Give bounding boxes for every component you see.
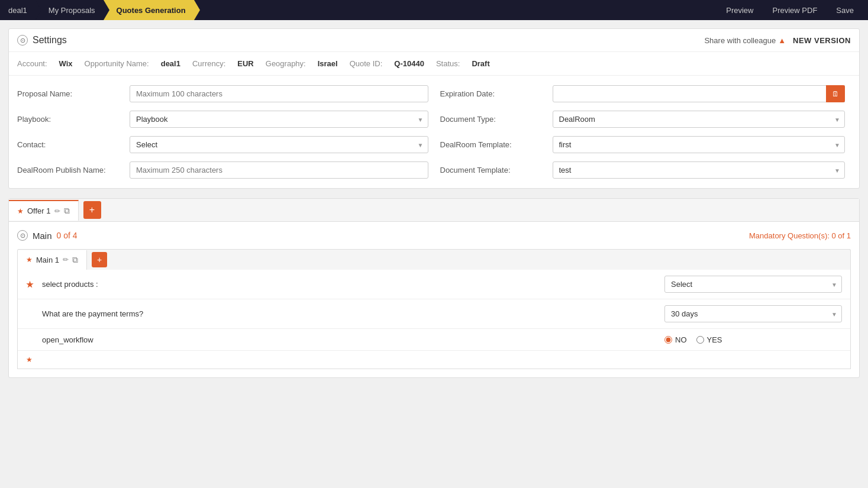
settings-panel: ⊙ Settings Share with colleague ▲ NEW VE… xyxy=(8,28,860,189)
proposal-name-label: Proposal Name: xyxy=(17,89,124,98)
offer-copy-icon[interactable]: ⧉ xyxy=(64,206,70,216)
opportunity-label: Opportunity Name: xyxy=(85,59,149,68)
topbar: deal1 My Proposals Quotes Generation Pre… xyxy=(0,0,868,20)
add-sub-tab-button[interactable]: + xyxy=(92,252,107,267)
contact-select-wrapper: Select ▼ xyxy=(130,136,428,153)
dealroom-template-row: DealRoom Template: first ▼ xyxy=(440,136,846,153)
contact-label: Contact: xyxy=(17,140,124,149)
calendar-button[interactable]: 🗓 xyxy=(826,85,845,102)
currency-value: EUR xyxy=(237,59,253,68)
no-radio-input[interactable] xyxy=(664,336,672,344)
select-products-select[interactable]: Select xyxy=(664,276,842,293)
geography-label: Geography: xyxy=(266,59,306,68)
save-button[interactable]: Save xyxy=(831,4,859,17)
dealroom-publish-row: DealRoom Publish Name: xyxy=(17,161,428,179)
question-2-text: What are the payment terms? xyxy=(42,309,656,318)
table-row: ★ xyxy=(18,351,850,369)
document-template-select-wrapper: test ▼ xyxy=(553,161,846,179)
offers-section: ★ Offer 1 ✏ ⧉ + ⊙ Main 0 of 4 Mandatory … xyxy=(8,198,860,378)
playbook-select-wrapper: Playbook ▼ xyxy=(130,111,428,128)
breadcrumb-my-proposals[interactable]: My Proposals xyxy=(36,0,104,20)
question-1-required-icon: ★ xyxy=(26,280,34,289)
offer-tabs-row: ★ Offer 1 ✏ ⧉ + xyxy=(9,199,859,222)
table-row: ★ select products : Select ▼ xyxy=(18,270,850,299)
sub-tab-required-star: ★ xyxy=(26,256,33,264)
proposal-name-input[interactable] xyxy=(130,85,428,102)
document-type-label: Document Type: xyxy=(440,115,547,124)
document-template-select[interactable]: test xyxy=(553,161,846,179)
mandatory-questions-text: Mandatory Question(s): 0 of 1 xyxy=(749,231,851,240)
settings-title-text: Settings xyxy=(33,35,67,46)
collapse-main-icon[interactable]: ⊙ xyxy=(17,230,28,241)
yes-radio-text: YES xyxy=(707,335,722,344)
offer-edit-icon[interactable]: ✏ xyxy=(54,207,60,215)
question-1-text: select products : xyxy=(42,280,656,289)
offer-tab-label: Offer 1 xyxy=(27,206,51,215)
question-1-control: Select ▼ xyxy=(664,276,842,293)
yes-radio-label[interactable]: YES xyxy=(696,335,722,344)
payment-terms-select[interactable]: 30 days xyxy=(664,305,842,322)
currency-label: Currency: xyxy=(192,59,225,68)
last-row-star: ★ xyxy=(26,356,33,364)
document-type-select[interactable]: DealRoom xyxy=(553,111,846,128)
yes-radio-input[interactable] xyxy=(696,336,704,344)
settings-header-actions: Share with colleague ▲ NEW VERSION xyxy=(704,36,851,45)
preview-pdf-button[interactable]: Preview PDF xyxy=(768,4,822,17)
share-icon: ▲ xyxy=(778,36,786,45)
main-1-tab[interactable]: ★ Main 1 ✏ ⧉ xyxy=(18,250,87,270)
main-content: ⊙ Settings Share with colleague ▲ NEW VE… xyxy=(0,20,868,386)
document-template-row: Document Template: test ▼ xyxy=(440,161,846,179)
sub-tab-label: Main 1 xyxy=(36,256,59,264)
calendar-icon: 🗓 xyxy=(832,90,839,98)
sub-tabs-row: ★ Main 1 ✏ ⧉ + xyxy=(17,249,851,270)
main-count: 0 of 4 xyxy=(57,231,78,240)
expiration-date-wrapper: 2022-09-24 🗓 xyxy=(553,85,846,102)
no-radio-label[interactable]: NO xyxy=(664,335,687,344)
proposal-name-row: Proposal Name: xyxy=(17,85,428,102)
document-type-select-wrapper: DealRoom ▼ xyxy=(553,111,846,128)
dealroom-publish-input[interactable] xyxy=(130,161,428,179)
offer-1-tab[interactable]: ★ Offer 1 ✏ ⧉ xyxy=(9,200,79,221)
main-title-text: Main xyxy=(33,231,52,241)
account-label: Account: xyxy=(17,59,47,68)
playbook-select[interactable]: Playbook xyxy=(130,111,428,128)
open-workflow-control: NO YES xyxy=(664,335,842,344)
opportunity-value: deal1 xyxy=(161,59,180,68)
sub-tab-edit-icon[interactable]: ✏ xyxy=(63,256,69,264)
dealroom-template-label: DealRoom Template: xyxy=(440,140,547,149)
topbar-actions: Preview Preview PDF Save xyxy=(721,4,868,17)
dealroom-publish-label: DealRoom Publish Name: xyxy=(17,166,124,174)
document-type-row: Document Type: DealRoom ▼ xyxy=(440,111,846,128)
add-offer-button[interactable]: + xyxy=(83,201,101,219)
expiration-date-row: Expiration Date: 2022-09-24 🗓 xyxy=(440,85,846,102)
status-value: Draft xyxy=(472,59,489,68)
dealroom-template-select[interactable]: first xyxy=(553,136,846,153)
share-label: Share with colleague xyxy=(704,36,776,45)
collapse-settings-icon[interactable]: ⊙ xyxy=(17,35,28,46)
main-section: ⊙ Main 0 of 4 Mandatory Question(s): 0 o… xyxy=(9,222,859,377)
playbook-label: Playbook: xyxy=(17,115,124,124)
question-2-control: 30 days ▼ xyxy=(664,305,842,322)
table-row: ★ open_workflow NO YES xyxy=(18,329,850,351)
table-row: ★ What are the payment terms? 30 days ▼ xyxy=(18,299,850,329)
settings-info-row: Account: Wix Opportunity Name: deal1 Cur… xyxy=(9,52,859,76)
preview-button[interactable]: Preview xyxy=(721,4,758,17)
breadcrumb-quotes-generation[interactable]: Quotes Generation xyxy=(104,0,194,20)
contact-row: Contact: Select ▼ xyxy=(17,136,428,153)
new-version-button[interactable]: NEW VERSION xyxy=(793,36,851,45)
account-value: Wix xyxy=(59,59,73,68)
form-right-column: Expiration Date: 2022-09-24 🗓 Document T… xyxy=(434,85,851,179)
expiration-date-input[interactable]: 2022-09-24 xyxy=(553,85,846,102)
quote-id-value: Q-10440 xyxy=(394,59,424,68)
geography-value: Israel xyxy=(318,59,338,68)
playbook-row: Playbook: Playbook ▼ xyxy=(17,111,428,128)
status-label: Status: xyxy=(436,59,460,68)
share-with-colleague-link[interactable]: Share with colleague ▲ xyxy=(704,36,786,45)
settings-form: Proposal Name: Playbook: Playbook ▼ Cont… xyxy=(9,76,859,188)
breadcrumb-deal1[interactable]: deal1 xyxy=(0,0,36,20)
no-radio-text: NO xyxy=(675,335,687,344)
breadcrumb: deal1 My Proposals Quotes Generation xyxy=(0,0,194,20)
contact-select[interactable]: Select xyxy=(130,136,428,153)
settings-panel-header: ⊙ Settings Share with colleague ▲ NEW VE… xyxy=(9,29,859,52)
sub-tab-copy-icon[interactable]: ⧉ xyxy=(72,255,78,265)
